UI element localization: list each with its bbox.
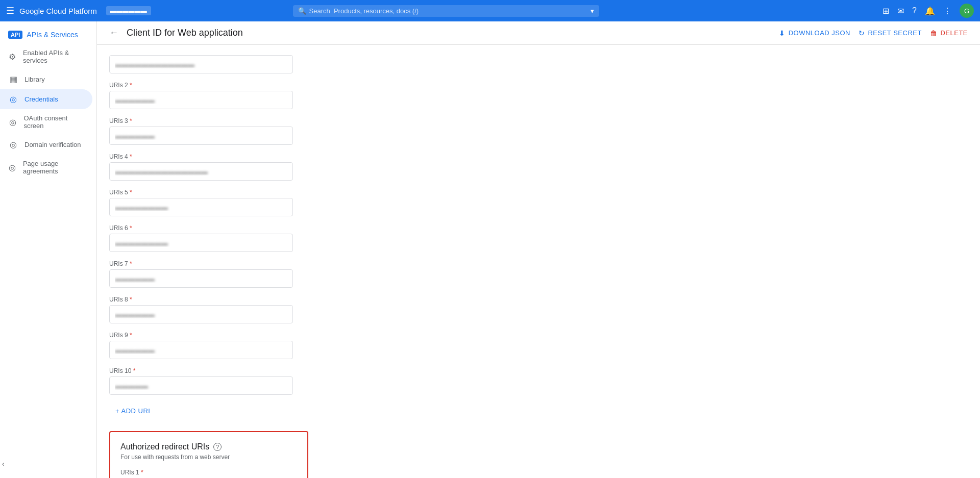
help-circle-icon[interactable]: ? [213,443,222,451]
redirect-section-title: Authorized redirect URIs ? [120,442,297,451]
nav-left: ☰ Google Cloud Platform ▬▬▬▬▬▬ [6,5,151,16]
hamburger-icon[interactable]: ☰ [6,5,14,16]
uri-label-8: URIs 8 * [109,296,968,303]
redirect-subtitle: For use with requests from a web server [120,454,297,461]
uri-row-3: URIs 3 * [109,117,968,145]
enabled-icon: ⚙ [8,52,17,62]
sidebar-item-page[interactable]: ◎ Page usage agreements [0,155,92,180]
sidebar-header: API APIs & Services [0,26,96,44]
sidebar-item-label: Page usage agreements [23,160,84,175]
uri-label-9: URIs 9 * [109,332,968,339]
notification-icon[interactable]: 🔔 [925,6,935,16]
sidebar-item-label: Domain verification [24,141,81,148]
origins-uri-input-9[interactable] [109,341,293,359]
uri-label-4: URIs 4 * [109,153,968,160]
origins-uri-input-10[interactable] [109,376,293,395]
reset-icon: ↻ [859,29,865,37]
email-icon[interactable]: ✉ [897,6,904,16]
redirect-title-text: Authorized redirect URIs [120,442,209,451]
oauth-icon: ◎ [8,117,17,127]
uri-label-5: URIs 5 * [109,189,968,196]
page-title: Client ID for Web application [127,28,243,38]
sidebar: API APIs & Services ⚙ Enabled APIs & ser… [0,21,97,478]
sidebar-item-label: Library [24,76,45,83]
sidebar-item-oauth[interactable]: ◎ OAuth consent screen [0,109,92,135]
main-content: ← Client ID for Web application ⬇ DOWNLO… [97,21,980,478]
uri-label-10: URIs 10 * [109,367,968,374]
delete-label: DELETE [940,29,968,37]
brand-title: Google Cloud Platform [19,7,97,15]
content-area: URIs 2 * URIs 3 * URIs 4 * URIs 5 * URIs… [97,55,980,478]
domain-icon: ◎ [8,140,18,149]
settings-icon[interactable]: ⋮ [943,6,951,16]
search-bar[interactable]: 🔍 ▾ [293,5,599,17]
search-input[interactable] [309,7,587,15]
origins-uri-input-5[interactable] [109,198,293,216]
layout: API APIs & Services ⚙ Enabled APIs & ser… [0,21,980,478]
origins-uri-input-3[interactable] [109,127,293,145]
redirect-uri-label-1: URIs 1 * [120,469,297,476]
origins-section: URIs 2 * URIs 3 * URIs 4 * URIs 5 * URIs… [109,55,968,419]
collapse-sidebar-button[interactable]: ‹ [2,460,5,468]
origins-uri-input-7[interactable] [109,269,293,288]
sub-header: ← Client ID for Web application ⬇ DOWNLO… [97,21,980,45]
origins-add-uri-button[interactable]: + ADD URI [109,403,156,419]
sidebar-item-library[interactable]: ▦ Library [0,69,92,89]
sidebar-item-label: Credentials [24,95,58,103]
uri-row-2: URIs 2 * [109,82,968,109]
sidebar-item-enabled[interactable]: ⚙ Enabled APIs & services [0,44,92,69]
redirect-uris-section: Authorized redirect URIs ? For use with … [109,431,308,478]
uri-row-6: URIs 6 * [109,224,968,252]
uri-label-7: URIs 7 * [109,260,968,267]
uri-label-6: URIs 6 * [109,224,968,232]
download-json-button[interactable]: ⬇ DOWNLOAD JSON [779,29,850,37]
reset-secret-button[interactable]: ↻ RESET SECRET [859,29,922,37]
uri-row-8: URIs 8 * [109,296,968,323]
library-icon: ▦ [8,74,18,84]
help-icon[interactable]: ? [912,6,917,15]
download-icon: ⬇ [779,29,786,37]
avatar[interactable]: G [960,4,974,18]
back-button[interactable]: ← [109,28,118,38]
uri-row-7: URIs 7 * [109,260,968,288]
origins-uri-input-1[interactable] [109,55,293,73]
origins-uri-input-4[interactable] [109,162,293,181]
uri-row-9: URIs 9 * [109,332,968,359]
search-icon: 🔍 [298,7,306,15]
uri-row-10: URIs 10 * [109,367,968,395]
page-icon: ◎ [8,163,17,172]
nav-icons: ⊞ ✉ ? 🔔 ⋮ G [883,4,974,18]
chevron-down-icon: ▾ [591,7,594,15]
redirect-uri-row-1: URIs 1 * [120,469,297,478]
sidebar-item-label: Enabled APIs & services [23,49,84,64]
sidebar-item-domain[interactable]: ◎ Domain verification [0,135,92,155]
origins-uri-input-8[interactable] [109,305,293,323]
origins-uri-input-6[interactable] [109,234,293,252]
api-icon: API [8,31,22,39]
download-json-label: DOWNLOAD JSON [789,29,850,37]
sidebar-item-label: OAuth consent screen [23,114,84,130]
credentials-icon: ◎ [8,94,18,104]
origins-uri-input-2[interactable] [109,91,293,109]
header-actions: ⬇ DOWNLOAD JSON ↻ RESET SECRET 🗑 DELETE [779,29,968,37]
delete-icon: 🗑 [930,29,938,37]
top-nav: ☰ Google Cloud Platform ▬▬▬▬▬▬ 🔍 ▾ ⊞ ✉ ?… [0,0,980,21]
project-chip[interactable]: ▬▬▬▬▬▬ [106,6,151,15]
apps-icon[interactable]: ⊞ [883,6,889,16]
uri-label-2: URIs 2 * [109,82,968,89]
uri-row-1 [109,55,968,73]
uri-row-4: URIs 4 * [109,153,968,181]
uri-label-3: URIs 3 * [109,117,968,124]
delete-button[interactable]: 🗑 DELETE [930,29,968,37]
sidebar-item-credentials[interactable]: ◎ Credentials [0,89,92,109]
uri-row-5: URIs 5 * [109,189,968,216]
sidebar-title: APIs & Services [27,31,78,39]
reset-secret-label: RESET SECRET [868,29,921,37]
